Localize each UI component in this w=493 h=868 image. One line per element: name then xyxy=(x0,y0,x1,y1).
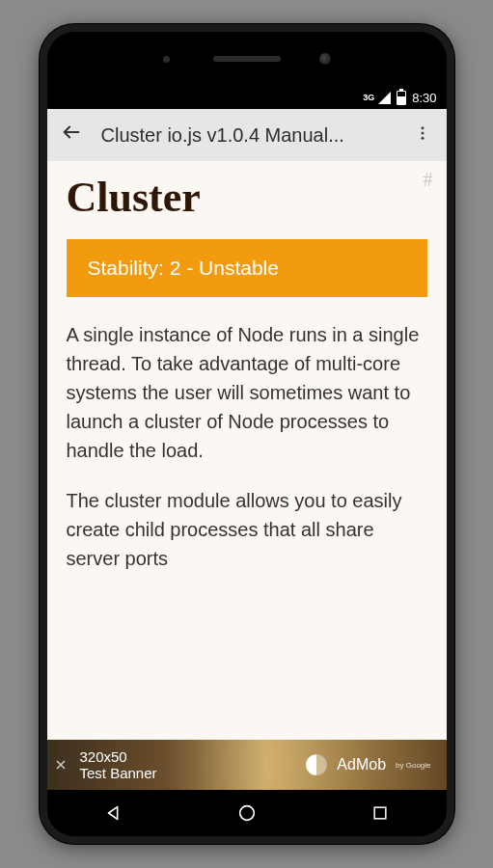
app-bar: Cluster io.js v1.0.4 Manual... xyxy=(47,109,447,161)
svg-point-1 xyxy=(421,131,424,134)
svg-point-2 xyxy=(421,136,424,139)
back-button[interactable] xyxy=(55,118,88,152)
battery-icon xyxy=(397,91,406,105)
content-area[interactable]: # Cluster Stability: 2 - Unstable A sing… xyxy=(47,161,447,790)
signal-icon xyxy=(378,92,391,104)
paragraph-1: A single instance of Node runs in a sing… xyxy=(67,320,427,465)
nav-bar xyxy=(47,790,447,836)
phone-screen: 3G 8:30 Cluster io.js v1.0.4 Manual... #… xyxy=(47,32,447,836)
nav-home-button[interactable] xyxy=(218,794,276,832)
svg-rect-4 xyxy=(374,807,386,819)
svg-point-3 xyxy=(239,806,254,821)
earpiece xyxy=(213,56,281,62)
ad-close-button[interactable] xyxy=(53,757,68,773)
admob-icon xyxy=(304,752,329,777)
ad-byline-label: by Google xyxy=(396,761,430,770)
stability-badge: Stability: 2 - Unstable xyxy=(67,239,427,297)
ad-label-line: Test Banner xyxy=(80,765,157,781)
ad-size-line: 320x50 xyxy=(80,748,157,765)
nav-back-button[interactable] xyxy=(85,794,143,832)
ad-logo: AdMob by Google xyxy=(304,752,430,777)
phone-frame: 3G 8:30 Cluster io.js v1.0.4 Manual... #… xyxy=(40,24,454,844)
ad-banner[interactable]: 320x50 Test Banner AdMob by Google xyxy=(47,740,447,790)
triangle-back-icon xyxy=(103,802,124,824)
square-recent-icon xyxy=(370,803,390,823)
network-type-label: 3G xyxy=(363,93,374,102)
status-bar: 3G 8:30 xyxy=(47,86,447,109)
stability-text: Stability: 2 - Unstable xyxy=(88,257,279,279)
clock-label: 8:30 xyxy=(412,91,436,105)
svg-point-0 xyxy=(421,126,424,129)
front-camera xyxy=(319,53,331,65)
overflow-menu-button[interactable] xyxy=(406,121,439,150)
anchor-hash[interactable]: # xyxy=(424,169,433,191)
ad-brand-label: AdMob xyxy=(337,756,386,773)
circle-home-icon xyxy=(236,802,258,824)
nav-recent-button[interactable] xyxy=(351,794,409,832)
page-title: Cluster io.js v1.0.4 Manual... xyxy=(101,124,393,147)
arrow-left-icon xyxy=(61,122,82,143)
more-vert-icon xyxy=(414,124,431,142)
paragraph-2: The cluster module allows you to easily … xyxy=(67,486,427,573)
ad-text: 320x50 Test Banner xyxy=(80,748,157,782)
proximity-sensor xyxy=(163,56,170,63)
close-icon xyxy=(55,759,67,771)
heading-cluster: Cluster xyxy=(67,173,427,222)
phone-speaker-area xyxy=(47,32,447,86)
